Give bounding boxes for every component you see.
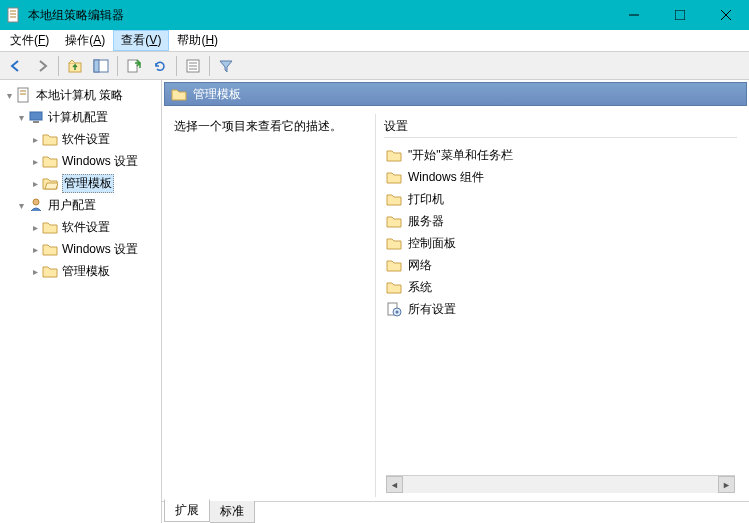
list-item[interactable]: "开始"菜单和任务栏 (384, 144, 737, 166)
window-title: 本地组策略编辑器 (28, 7, 611, 24)
collapse-icon[interactable]: ▾ (14, 200, 28, 211)
folder-icon (42, 219, 58, 235)
list-item[interactable]: 所有设置 (384, 298, 737, 320)
back-button[interactable] (4, 54, 28, 78)
list-item-label: 服务器 (408, 213, 444, 230)
svg-rect-11 (128, 60, 137, 72)
list-item-label: "开始"菜单和任务栏 (408, 147, 513, 164)
tree-cc-templates[interactable]: ▸ 管理模板 (0, 172, 161, 194)
list-item[interactable]: 系统 (384, 276, 737, 298)
scroll-right-button[interactable]: ► (718, 476, 735, 493)
tree-label: Windows 设置 (62, 153, 138, 170)
tree-uc-software[interactable]: ▸ 软件设置 (0, 216, 161, 238)
folder-icon (386, 257, 402, 273)
forward-button[interactable] (30, 54, 54, 78)
folder-icon (386, 147, 402, 163)
toolbar (0, 52, 749, 80)
list-item[interactable]: 服务器 (384, 210, 737, 232)
folder-icon (42, 241, 58, 257)
toolbar-separator (209, 56, 210, 76)
refresh-button[interactable] (148, 54, 172, 78)
list-item[interactable]: Windows 组件 (384, 166, 737, 188)
collapse-icon[interactable]: ▾ (14, 112, 28, 123)
main-area: ▾ 本地计算机 策略 ▾ 计算机配置 ▸ 软件设置 ▸ Windows 设置 ▸… (0, 80, 749, 523)
expand-icon[interactable]: ▸ (28, 244, 42, 255)
tree-label: 管理模板 (62, 174, 114, 193)
tree-label: 软件设置 (62, 131, 110, 148)
menubar: 文件(F) 操作(A) 查看(V) 帮助(H) (0, 30, 749, 52)
folder-icon (386, 191, 402, 207)
folder-icon (386, 213, 402, 229)
svg-point-21 (33, 199, 39, 205)
show-hide-tree-button[interactable] (89, 54, 113, 78)
horizontal-scrollbar[interactable]: ◄ ► (386, 475, 735, 493)
svg-rect-10 (94, 60, 99, 72)
toolbar-separator (117, 56, 118, 76)
tree-cc-software[interactable]: ▸ 软件设置 (0, 128, 161, 150)
list-item-label: Windows 组件 (408, 169, 484, 186)
tree-cc-windows[interactable]: ▸ Windows 设置 (0, 150, 161, 172)
menu-action[interactable]: 操作(A) (57, 30, 113, 51)
svg-rect-5 (675, 10, 685, 20)
tree-label: 用户配置 (48, 197, 96, 214)
computer-icon (28, 109, 44, 125)
content-body: 选择一个项目来查看它的描述。 设置 "开始"菜单和任务栏 Windows 组件 … (162, 106, 749, 501)
minimize-button[interactable] (611, 0, 657, 30)
folder-icon (386, 169, 402, 185)
expand-icon[interactable]: ▸ (28, 266, 42, 277)
menu-view[interactable]: 查看(V) (113, 30, 169, 51)
expand-icon[interactable]: ▸ (28, 134, 42, 145)
expand-icon[interactable]: ▸ (28, 156, 42, 167)
tree-label: 本地计算机 策略 (36, 87, 123, 104)
policy-icon (16, 87, 32, 103)
svg-rect-16 (18, 88, 28, 102)
app-icon (6, 7, 22, 23)
tab-extended[interactable]: 扩展 (164, 499, 210, 522)
list-item[interactable]: 控制面板 (384, 232, 737, 254)
content-title: 管理模板 (193, 86, 241, 103)
description-text: 选择一个项目来查看它的描述。 (174, 118, 367, 135)
close-button[interactable] (703, 0, 749, 30)
maximize-button[interactable] (657, 0, 703, 30)
scroll-left-button[interactable]: ◄ (386, 476, 403, 493)
settings-icon (386, 301, 402, 317)
folder-icon (42, 263, 58, 279)
folder-icon (42, 153, 58, 169)
properties-button[interactable] (181, 54, 205, 78)
list-item-label: 打印机 (408, 191, 444, 208)
list-item[interactable]: 网络 (384, 254, 737, 276)
collapse-icon[interactable]: ▾ (2, 90, 16, 101)
export-button[interactable] (122, 54, 146, 78)
tree-pane[interactable]: ▾ 本地计算机 策略 ▾ 计算机配置 ▸ 软件设置 ▸ Windows 设置 ▸… (0, 80, 162, 523)
titlebar: 本地组策略编辑器 (0, 0, 749, 30)
description-column: 选择一个项目来查看它的描述。 (166, 114, 376, 497)
toolbar-separator (176, 56, 177, 76)
expand-icon[interactable]: ▸ (28, 222, 42, 233)
settings-list[interactable]: "开始"菜单和任务栏 Windows 组件 打印机 服务器 控制面板 网络 系统… (384, 144, 737, 475)
tree-uc-windows[interactable]: ▸ Windows 设置 (0, 238, 161, 260)
tree-label: 软件设置 (62, 219, 110, 236)
filter-button[interactable] (214, 54, 238, 78)
list-column: 设置 "开始"菜单和任务栏 Windows 组件 打印机 服务器 控制面板 网络… (376, 114, 745, 497)
up-button[interactable] (63, 54, 87, 78)
menu-file[interactable]: 文件(F) (2, 30, 57, 51)
expand-icon[interactable]: ▸ (28, 178, 42, 189)
content-header: 管理模板 (164, 82, 747, 106)
list-item-label: 网络 (408, 257, 432, 274)
tree-uc-templates[interactable]: ▸ 管理模板 (0, 260, 161, 282)
tree-label: 计算机配置 (48, 109, 108, 126)
folder-icon (171, 86, 187, 102)
tree-user-config[interactable]: ▾ 用户配置 (0, 194, 161, 216)
settings-heading[interactable]: 设置 (384, 118, 737, 138)
tree-label: Windows 设置 (62, 241, 138, 258)
folder-icon (386, 279, 402, 295)
list-item[interactable]: 打印机 (384, 188, 737, 210)
scroll-track[interactable] (403, 476, 718, 493)
tree-root[interactable]: ▾ 本地计算机 策略 (0, 84, 161, 106)
tree-computer-config[interactable]: ▾ 计算机配置 (0, 106, 161, 128)
tab-standard[interactable]: 标准 (210, 501, 255, 523)
view-tabs: 扩展 标准 (162, 501, 749, 523)
menu-help[interactable]: 帮助(H) (169, 30, 226, 51)
svg-point-24 (396, 311, 399, 314)
tree-label: 管理模板 (62, 263, 110, 280)
